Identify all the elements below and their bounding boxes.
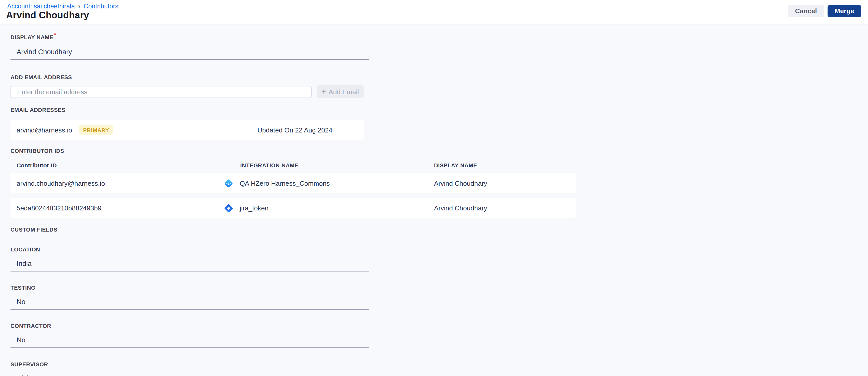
supervisor-input[interactable] — [17, 374, 349, 376]
contributor-id-value: 5eda80244ff3210b882493b9 — [17, 204, 223, 212]
custom-field-location: LOCATION — [10, 247, 868, 271]
email-address-row: arvind@harness.io PRIMARY Updated On 22 … — [10, 120, 364, 140]
add-email-label: ADD EMAIL ADDRESS — [10, 74, 868, 81]
email-address-value: arvind@harness.io — [17, 126, 72, 134]
contractor-label: CONTRACTOR — [10, 323, 868, 330]
integration-name-value: jira_token — [240, 204, 269, 212]
custom-fields-section: CUSTOM FIELDS LOCATION TESTING CONTRACTO… — [10, 227, 868, 376]
column-header-display-name: DISPLAY NAME — [430, 162, 477, 168]
custom-field-contractor: CONTRACTOR — [10, 323, 868, 348]
email-addresses-label: EMAIL ADDRESSES — [10, 107, 868, 114]
contributor-id-row: 5eda80244ff3210b882493b9 jira_token Arvi… — [10, 198, 576, 218]
code-integration-icon: </> — [224, 178, 234, 188]
email-updated-on: Updated On 22 Aug 2024 — [257, 126, 333, 134]
breadcrumb: Account: sai.cheethirala › Contributors — [7, 3, 118, 9]
custom-field-testing: TESTING — [10, 285, 868, 310]
merge-button[interactable]: Merge — [827, 5, 861, 17]
location-label: LOCATION — [10, 247, 868, 253]
contributor-ids-table-header: Contributor ID INTEGRATION NAME DISPLAY … — [10, 162, 868, 168]
breadcrumb-account-link[interactable]: Account: sai.cheethirala — [7, 3, 75, 9]
plus-icon: + — [321, 88, 326, 95]
email-addresses-section: EMAIL ADDRESSES arvind@harness.io PRIMAR… — [10, 107, 868, 140]
display-name-input[interactable] — [17, 48, 349, 56]
testing-label: TESTING — [10, 285, 868, 291]
header-actions: Cancel Merge — [788, 5, 861, 17]
integration-name-value: QA HZero Harness_Commons — [240, 179, 330, 187]
required-asterisk: * — [54, 32, 56, 38]
custom-fields-label: CUSTOM FIELDS — [10, 227, 868, 233]
svg-text:</>: </> — [226, 181, 231, 185]
contributor-id-value: arvind.choudhary@harness.io — [17, 179, 223, 187]
column-header-integration-name: INTEGRATION NAME — [224, 162, 430, 168]
location-input[interactable] — [17, 260, 349, 267]
jira-icon — [224, 203, 234, 213]
contractor-input[interactable] — [17, 336, 349, 344]
contributor-id-row: arvind.choudhary@harness.io </> QA HZero… — [10, 173, 576, 193]
primary-badge: PRIMARY — [79, 125, 113, 135]
display-name-label: DISPLAY NAME — [10, 34, 53, 40]
add-email-button-label: Add Email — [329, 88, 359, 95]
contributor-ids-section: CONTRIBUTOR IDS Contributor ID INTEGRATI… — [10, 148, 868, 218]
page-title: Arvind Choudhary — [6, 10, 89, 21]
contributor-ids-label: CONTRIBUTOR IDS — [10, 148, 868, 155]
add-email-button[interactable]: + Add Email — [317, 85, 364, 98]
display-name-underline — [10, 45, 369, 60]
chevron-right-icon: › — [78, 3, 81, 9]
display-name-field: DISPLAY NAME* — [10, 32, 868, 60]
supervisor-label: SUPERVISOR — [10, 361, 868, 368]
testing-input[interactable] — [17, 298, 349, 306]
page-header: Account: sai.cheethirala › Contributors … — [0, 0, 868, 25]
add-email-section: ADD EMAIL ADDRESS + Add Email — [10, 74, 868, 98]
custom-field-supervisor: SUPERVISOR — [10, 361, 868, 376]
row-display-name-value: Arvind Choudhary — [430, 204, 487, 212]
main-content: DISPLAY NAME* ADD EMAIL ADDRESS + Add Em… — [0, 25, 868, 376]
add-email-input[interactable] — [10, 86, 312, 98]
column-header-contributor-id: Contributor ID — [17, 162, 223, 168]
cancel-button[interactable]: Cancel — [788, 5, 824, 17]
row-display-name-value: Arvind Choudhary — [430, 179, 487, 187]
breadcrumb-contributors-link[interactable]: Contributors — [84, 3, 118, 9]
contributor-detail-page: Account: sai.cheethirala › Contributors … — [0, 0, 868, 376]
